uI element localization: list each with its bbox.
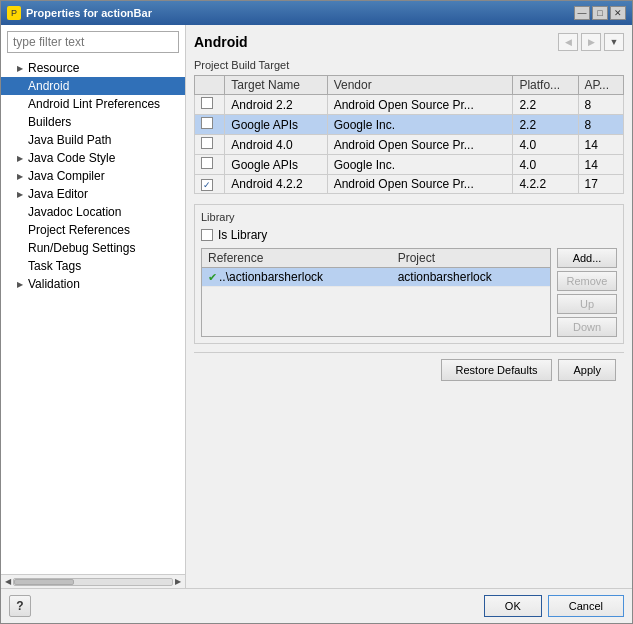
build-table-header-3: Platfo... [513,76,578,95]
library-table-wrapper: ReferenceProject ✔..\actionbarsherlockac… [201,248,551,337]
table-cell-3: 8 [578,95,624,115]
library-down-button[interactable]: Down [557,317,617,337]
sidebar-item-java-build-path[interactable]: Java Build Path [1,131,185,149]
title-bar: P Properties for actionBar — □ ✕ [1,1,632,25]
table-cell-0: Google APIs [225,155,327,175]
main-content: ▶ResourceAndroidAndroid Lint Preferences… [1,25,632,588]
table-cell-3: 17 [578,175,624,194]
library-remove-button[interactable]: Remove [557,271,617,291]
sidebar-item-label: Project References [28,223,130,237]
right-header: Android ◀ ▶ ▼ [194,33,624,51]
library-add-button[interactable]: Add... [557,248,617,268]
table-row[interactable]: Google APIsGoogle Inc.2.28 [195,115,624,135]
left-scrollbar: ◀ ▶ [1,574,185,588]
table-cell-0: Android 4.2.2 [225,175,327,194]
row-checkbox[interactable] [201,137,213,149]
table-cell-0: Android 2.2 [225,95,327,115]
sidebar-item-task-tags[interactable]: Task Tags [1,257,185,275]
table-cell-0: Android 4.0 [225,135,327,155]
is-library-label: Is Library [218,228,267,242]
sidebar-item-android[interactable]: Android [1,77,185,95]
build-table-header-1: Target Name [225,76,327,95]
build-table-header-0 [195,76,225,95]
scroll-left-arrow[interactable]: ◀ [3,577,13,587]
library-section-title: Library [201,211,617,223]
row-checkbox[interactable] [201,117,213,129]
expand-arrow-icon: ▶ [17,64,25,73]
sidebar-item-run-debug[interactable]: Run/Debug Settings [1,239,185,257]
table-cell-1: Android Open Source Pr... [327,175,513,194]
sidebar-item-label: Android Lint Preferences [28,97,160,111]
sidebar-item-project-references[interactable]: Project References [1,221,185,239]
help-button[interactable]: ? [9,595,31,617]
table-cell-2: 4.2.2 [513,175,578,194]
cancel-button[interactable]: Cancel [548,595,624,617]
nav-forward-button[interactable]: ▶ [581,33,601,51]
library-up-button[interactable]: Up [557,294,617,314]
sidebar-item-label: Resource [28,61,79,75]
table-cell-3: 14 [578,155,624,175]
maximize-button[interactable]: □ [592,6,608,20]
minimize-button[interactable]: — [574,6,590,20]
is-library-row: Is Library [201,228,617,242]
close-button[interactable]: ✕ [610,6,626,20]
sidebar-item-builders[interactable]: Builders [1,113,185,131]
row-checkbox-cell[interactable] [195,115,225,135]
expand-arrow-icon: ▶ [17,172,25,181]
library-buttons: Add...RemoveUpDown [557,248,617,337]
scroll-right-arrow[interactable]: ▶ [173,577,183,587]
row-checkbox[interactable] [201,157,213,169]
sidebar-item-label: Validation [28,277,80,291]
bottom-bar: Restore Defaults Apply [194,352,624,387]
filter-input[interactable] [7,31,179,53]
scrollbar-thumb[interactable] [14,579,74,585]
nav-buttons: ◀ ▶ ▼ [558,33,624,51]
table-row[interactable]: Android 4.0Android Open Source Pr...4.01… [195,135,624,155]
library-header-0: Reference [202,249,392,268]
library-table-row[interactable]: ✔..\actionbarsherlockactionbarsherlock [202,268,550,287]
dialog-buttons: OK Cancel [484,595,624,617]
scrollbar-track [13,578,173,586]
sidebar-item-label: Java Code Style [28,151,115,165]
expand-arrow-icon: ▶ [17,154,25,163]
table-row[interactable]: Google APIsGoogle Inc.4.014 [195,155,624,175]
window-icon: P [7,6,21,20]
apply-button[interactable]: Apply [558,359,616,381]
nav-dropdown-button[interactable]: ▼ [604,33,624,51]
sidebar-item-label: Builders [28,115,71,129]
sidebar-item-label: Run/Debug Settings [28,241,135,255]
table-row[interactable]: Android 2.2Android Open Source Pr...2.28 [195,95,624,115]
row-checkbox-cell[interactable] [195,135,225,155]
build-table-header-4: AP... [578,76,624,95]
sidebar-item-validation[interactable]: ▶Validation [1,275,185,293]
sidebar-item-resource[interactable]: ▶Resource [1,59,185,77]
table-cell-1: Google Inc. [327,115,513,135]
sidebar-item-java-compiler[interactable]: ▶Java Compiler [1,167,185,185]
library-header-1: Project [392,249,550,268]
table-cell-3: 14 [578,135,624,155]
row-checkbox[interactable]: ✓ [201,179,213,191]
row-checkbox[interactable] [201,97,213,109]
library-inner: ReferenceProject ✔..\actionbarsherlockac… [201,248,617,337]
row-checkbox-cell[interactable] [195,155,225,175]
ok-button[interactable]: OK [484,595,542,617]
sidebar-item-javadoc-location[interactable]: Javadoc Location [1,203,185,221]
is-library-checkbox[interactable] [201,229,213,241]
library-table: ReferenceProject ✔..\actionbarsherlockac… [202,249,550,287]
sidebar-item-label: Android [28,79,69,93]
table-cell-0: Google APIs [225,115,327,135]
sidebar-item-android-lint[interactable]: Android Lint Preferences [1,95,185,113]
left-panel: ▶ResourceAndroidAndroid Lint Preferences… [1,25,186,588]
library-section: Library Is Library ReferenceProject ✔..\… [194,204,624,344]
restore-defaults-button[interactable]: Restore Defaults [441,359,553,381]
table-row[interactable]: ✓Android 4.2.2Android Open Source Pr...4… [195,175,624,194]
sidebar-item-java-code-style[interactable]: ▶Java Code Style [1,149,185,167]
table-cell-1: Google Inc. [327,155,513,175]
sidebar-item-java-editor[interactable]: ▶Java Editor [1,185,185,203]
library-project-cell: actionbarsherlock [392,268,550,287]
nav-back-button[interactable]: ◀ [558,33,578,51]
row-checkbox-cell[interactable]: ✓ [195,175,225,194]
title-bar-left: P Properties for actionBar [7,6,152,20]
row-checkbox-cell[interactable] [195,95,225,115]
library-check-icon: ✔ [208,271,217,283]
